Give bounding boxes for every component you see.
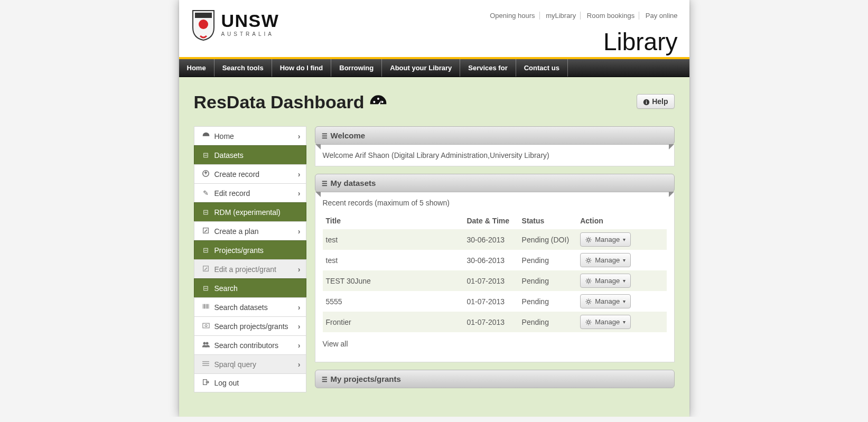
sidebar-home[interactable]: Home› [194, 126, 306, 145]
svg-rect-21 [202, 365, 209, 365]
cell-date: 01-07-2013 [463, 312, 518, 332]
nav-home[interactable]: Home [179, 59, 214, 77]
col-status: Status [519, 212, 577, 229]
sidebar-search-projects[interactable]: Search projects/grants› [194, 316, 306, 335]
nav-search-tools[interactable]: Search tools [214, 59, 272, 77]
chevron-right-icon: › [298, 303, 301, 312]
money-icon [202, 322, 210, 330]
svg-rect-19 [202, 361, 209, 362]
manage-button[interactable]: Manage▾ [580, 315, 631, 329]
nav-services-for[interactable]: Services for [460, 59, 516, 77]
caret-down-icon: ▾ [623, 257, 626, 263]
chevron-right-icon: › [298, 170, 301, 179]
table-row: test30-06-2013Pending (DOI)Manage▾ [323, 229, 667, 250]
svg-line-56 [590, 303, 591, 303]
panel-projects-head[interactable]: ☰My projects/grants [315, 370, 675, 388]
svg-line-40 [590, 258, 591, 259]
cell-date: 30-06-2013 [463, 229, 518, 250]
panel-welcome: ☰Welcome Welcome Arif Shaon (Digital Lib… [315, 126, 675, 166]
table-row: TEST 30June01-07-2013PendingManage▾ [323, 270, 667, 291]
dashboard-icon [369, 94, 387, 110]
manage-button[interactable]: Manage▾ [580, 232, 631, 247]
svg-line-58 [590, 299, 591, 300]
chevron-right-icon: › [298, 322, 301, 331]
svg-rect-12 [206, 304, 206, 309]
svg-line-47 [590, 282, 591, 283]
top-link-mylibrary[interactable]: myLibrary [542, 12, 581, 20]
sidebar-section-rdm[interactable]: ⊟ RDM (experimental) [194, 202, 306, 221]
chevron-right-icon: › [298, 132, 301, 140]
top-link-opening-hours[interactable]: Opening hours [486, 12, 539, 20]
sidebar-create-plan[interactable]: Create a plan› [194, 221, 306, 240]
svg-line-28 [586, 238, 587, 238]
svg-line-65 [590, 323, 591, 324]
hamburger-icon: ☰ [322, 376, 328, 383]
sidebar-section-search[interactable]: ⊟ Search [194, 278, 306, 297]
sidebar-edit-project[interactable]: Edit a project/grant› [194, 259, 306, 278]
chevron-right-icon: › [298, 227, 301, 236]
gear-icon [585, 237, 592, 243]
svg-point-18 [206, 342, 209, 344]
svg-line-37 [586, 258, 587, 259]
sidebar-create-record[interactable]: Create record› [194, 164, 306, 183]
hamburger-icon: ☰ [322, 133, 328, 140]
nav-borrowing[interactable]: Borrowing [331, 59, 382, 77]
cell-date: 01-07-2013 [463, 270, 518, 291]
caret-down-icon: ▾ [623, 298, 626, 304]
svg-line-39 [586, 261, 587, 262]
table-row: Frontier01-07-2013PendingManage▾ [323, 312, 667, 332]
help-button[interactable]: i Help [637, 94, 674, 109]
svg-point-1 [199, 20, 208, 29]
svg-rect-13 [207, 304, 208, 309]
sidebar-section-projects[interactable]: ⊟ Projects/grants [194, 240, 306, 259]
minus-icon: ⊟ [202, 151, 210, 159]
panel-datasets-head[interactable]: ☰My datasets [315, 174, 675, 192]
panel-welcome-head[interactable]: ☰Welcome [315, 126, 675, 145]
minus-icon: ⊟ [202, 208, 210, 216]
minus-icon: ⊟ [202, 246, 210, 254]
nav-contact-us[interactable]: Contact us [516, 59, 568, 77]
nav-how-do-i-find[interactable]: How do I find [272, 59, 332, 77]
nav-about-library[interactable]: About your Library [382, 59, 460, 77]
top-link-pay-online[interactable]: Pay online [641, 12, 678, 20]
svg-line-64 [586, 320, 587, 321]
caret-down-icon: ▾ [623, 278, 626, 284]
sidebar: Home› ⊟ Datasets Create record› ✎ Edit r… [194, 126, 306, 392]
svg-rect-10 [202, 304, 203, 309]
col-date: Date & Time [463, 212, 518, 229]
cell-title: test [323, 229, 464, 250]
chevron-right-icon: › [298, 360, 301, 369]
edit-icon [202, 265, 210, 274]
main-nav: Home Search tools How do I find Borrowin… [179, 59, 689, 77]
info-icon: i [643, 99, 650, 106]
sidebar-search-datasets[interactable]: Search datasets› [194, 297, 306, 316]
view-all-link[interactable]: View all [323, 340, 348, 348]
panel-projects: ☰My projects/grants [315, 370, 675, 388]
sidebar-edit-record[interactable]: ✎ Edit record› [194, 183, 306, 202]
cell-title: test [323, 250, 464, 270]
caret-down-icon: ▾ [623, 319, 626, 325]
manage-button[interactable]: Manage▾ [580, 294, 631, 308]
svg-line-31 [590, 238, 591, 238]
svg-point-4 [377, 98, 379, 100]
svg-line-38 [590, 261, 591, 262]
svg-point-3 [381, 101, 384, 103]
chevron-right-icon: › [298, 341, 301, 350]
svg-point-2 [373, 101, 375, 103]
manage-button[interactable]: Manage▾ [580, 253, 631, 267]
top-links: Opening hours myLibrary Room bookings Pa… [486, 12, 677, 20]
edit-icon [202, 227, 210, 236]
svg-rect-15 [202, 323, 209, 328]
svg-line-30 [586, 241, 587, 241]
svg-line-49 [590, 279, 591, 279]
top-link-room-bookings[interactable]: Room bookings [583, 12, 639, 20]
sidebar-search-contributors[interactable]: Search contributors› [194, 335, 306, 354]
datasets-table: Title Date & Time Status Action test30-0… [323, 212, 667, 332]
sidebar-section-datasets[interactable]: ⊟ Datasets [194, 145, 306, 164]
manage-button[interactable]: Manage▾ [580, 274, 631, 288]
sidebar-sparql[interactable]: Sparql query› [194, 354, 306, 373]
sidebar-logout[interactable]: Log out [194, 373, 306, 392]
recent-records-label: Recent records (maximum of 5 shown) [323, 199, 667, 207]
svg-point-41 [587, 279, 590, 282]
gear-icon [585, 298, 592, 305]
